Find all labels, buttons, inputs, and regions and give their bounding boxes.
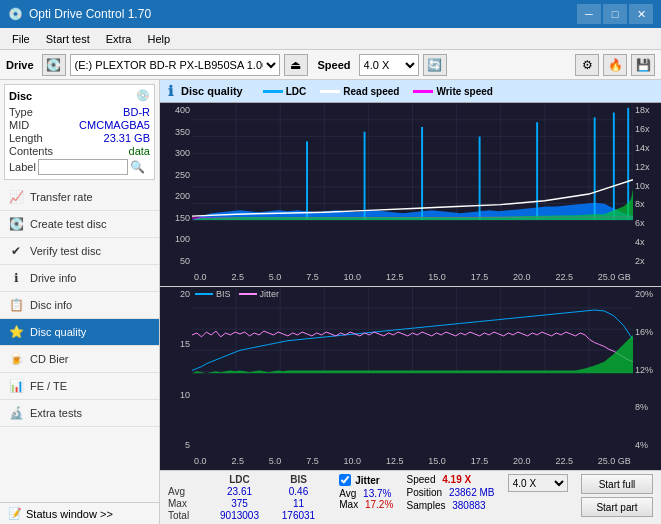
menu-file[interactable]: File: [4, 31, 38, 47]
disc-contents-label: Contents: [9, 145, 53, 157]
stats-max-bis: 11: [271, 498, 326, 509]
charts-area: 400 350 300 250 200 150 100 50 18x 16x 1…: [160, 103, 661, 470]
legend-ldc-label: LDC: [286, 86, 307, 97]
fe-te-icon: 📊: [8, 378, 24, 394]
legend-bis-label: BIS: [195, 289, 231, 299]
chart2-x-axis: 0.0 2.5 5.0 7.5 10.0 12.5 15.0 17.5 20.0…: [192, 452, 633, 470]
disc-quality-icon: ⭐: [8, 324, 24, 340]
nav-cd-bier[interactable]: 🍺 CD Bier: [0, 346, 159, 373]
disc-contents-row: Contents data: [9, 145, 150, 157]
chart2-y-axis-left: 20 15 10 5: [160, 287, 192, 452]
chart1-x-axis: 0.0 2.5 5.0 7.5 10.0 12.5 15.0 17.5 20.0…: [192, 268, 633, 286]
x1-22.5: 22.5: [555, 272, 573, 282]
x1-10: 10.0: [344, 272, 362, 282]
y1-300: 300: [175, 148, 190, 158]
jitter-checkbox[interactable]: [339, 474, 351, 486]
titlebar: 💿 Opti Drive Control 1.70 ─ □ ✕: [0, 0, 661, 28]
legend-read-speed: Read speed: [320, 86, 399, 97]
nav-fe-te[interactable]: 📊 FE / TE: [0, 373, 159, 400]
app-title: Opti Drive Control 1.70: [29, 7, 151, 21]
menu-help[interactable]: Help: [139, 31, 178, 47]
nav-drive-info[interactable]: ℹ Drive info: [0, 265, 159, 292]
chart-bis: BIS Jitter 20 15 10 5 20% 16% 12%: [160, 287, 661, 470]
disc-label-label: Label: [9, 161, 36, 173]
menu-extra[interactable]: Extra: [98, 31, 140, 47]
maximize-button[interactable]: □: [603, 4, 627, 24]
y1-250: 250: [175, 170, 190, 180]
y1-400: 400: [175, 105, 190, 115]
toolbar: Drive 💽 (E:) PLEXTOR BD-R PX-LB950SA 1.0…: [0, 50, 661, 80]
chart2-y-axis-right: 20% 16% 12% 8% 4%: [633, 287, 661, 452]
speed-dropdown-select[interactable]: 4.0 X: [508, 474, 568, 492]
y1-200: 200: [175, 191, 190, 201]
speed-position-section: Speed 4.19 X Position 23862 MB Samples 3…: [407, 474, 495, 511]
legend-write-speed-color: [413, 90, 433, 93]
menu-start-test[interactable]: Start test: [38, 31, 98, 47]
y2r-20: 20%: [635, 289, 653, 299]
chart1-y-axis-left: 400 350 300 250 200 150 100 50: [160, 103, 192, 268]
minimize-button[interactable]: ─: [577, 4, 601, 24]
ldc-bis-stats: LDC BIS Avg 23.61 0.46 Max 375 11 Total …: [168, 474, 326, 521]
y1-350: 350: [175, 127, 190, 137]
x2-2.5: 2.5: [231, 456, 244, 466]
nav-disc-quality[interactable]: ⭐ Disc quality: [0, 319, 159, 346]
y2-10: 10: [180, 390, 190, 400]
start-part-button[interactable]: Start part: [581, 497, 653, 517]
titlebar-title-area: 💿 Opti Drive Control 1.70: [8, 7, 151, 21]
stats-total-ldc: 9013003: [212, 510, 267, 521]
y1r-10: 10x: [635, 181, 650, 191]
x1-7.5: 7.5: [306, 272, 319, 282]
disc-length-label: Length: [9, 132, 43, 144]
drive-label: Drive: [6, 59, 34, 71]
speed-label: Speed: [318, 59, 351, 71]
label-browse-icon[interactable]: 🔍: [130, 160, 145, 174]
stats-total-bis: 176031: [271, 510, 326, 521]
burn-icon-btn[interactable]: 🔥: [603, 54, 627, 76]
x2-10: 10.0: [344, 456, 362, 466]
stats-row: LDC BIS Avg 23.61 0.46 Max 375 11 Total …: [160, 470, 661, 524]
stats-avg-ldc: 23.61: [212, 486, 267, 497]
x2-7.5: 7.5: [306, 456, 319, 466]
close-button[interactable]: ✕: [629, 4, 653, 24]
save-icon-btn[interactable]: 💾: [631, 54, 655, 76]
nav-disc-info[interactable]: 📋 Disc info: [0, 292, 159, 319]
nav-verify-test-disc[interactable]: ✔ Verify test disc: [0, 238, 159, 265]
nav-extra-tests[interactable]: 🔬 Extra tests: [0, 400, 159, 427]
titlebar-controls: ─ □ ✕: [577, 4, 653, 24]
nav-fe-te-label: FE / TE: [30, 380, 67, 392]
refresh-button[interactable]: 🔄: [423, 54, 447, 76]
start-full-button[interactable]: Start full: [581, 474, 653, 494]
legend-read-speed-color: [320, 90, 340, 93]
stats-max-label: Max: [168, 498, 208, 509]
y1r-12: 12x: [635, 162, 650, 172]
disc-type-row: Type BD-R: [9, 106, 150, 118]
extra-tests-icon: 🔬: [8, 405, 24, 421]
drive-selector[interactable]: (E:) PLEXTOR BD-R PX-LB950SA 1.06: [70, 54, 280, 76]
status-window-button[interactable]: 📝 Status window >>: [0, 502, 159, 524]
disc-quality-header: ℹ Disc quality LDC Read speed Write spee…: [160, 80, 661, 103]
disc-mid-value: CMCMAGBA5: [79, 119, 150, 131]
speed-selector[interactable]: 4.0 X: [359, 54, 419, 76]
x2-0: 0.0: [194, 456, 207, 466]
x1-17.5: 17.5: [471, 272, 489, 282]
disc-type-value: BD-R: [123, 106, 150, 118]
x2-17.5: 17.5: [471, 456, 489, 466]
drive-icon-btn[interactable]: 💽: [42, 54, 66, 76]
x2-22.5: 22.5: [555, 456, 573, 466]
disc-quality-header-icon: ℹ: [168, 83, 173, 99]
y2r-4: 4%: [635, 440, 648, 450]
nav-create-test-disc[interactable]: 💽 Create test disc: [0, 211, 159, 238]
x2-25: 25.0 GB: [598, 456, 631, 466]
drive-info-icon: ℹ: [8, 270, 24, 286]
nav-transfer-rate[interactable]: 📈 Transfer rate: [0, 184, 159, 211]
menubar: File Start test Extra Help: [0, 28, 661, 50]
settings-icon-btn[interactable]: ⚙: [575, 54, 599, 76]
disc-contents-value: data: [129, 145, 150, 157]
x2-15: 15.0: [428, 456, 446, 466]
disc-label-input[interactable]: [38, 159, 128, 175]
stats-ldc-header: LDC: [212, 474, 267, 485]
eject-button[interactable]: ⏏: [284, 54, 308, 76]
y1r-6: 6x: [635, 218, 645, 228]
jitter-max-row: Max 17.2%: [339, 499, 393, 510]
nav-cd-bier-label: CD Bier: [30, 353, 69, 365]
